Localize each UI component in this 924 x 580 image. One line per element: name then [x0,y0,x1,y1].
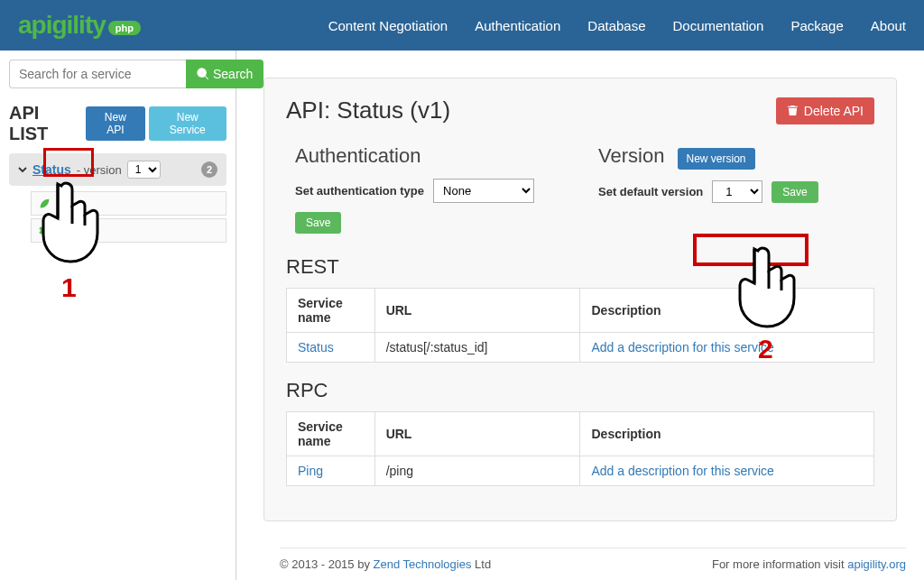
col-service-name: Service name [287,289,375,333]
col-url: URL [374,289,580,333]
chevron-down-icon [18,165,27,174]
col-url: URL [374,412,580,456]
rest-table: Service name URL Description Status /sta… [286,288,874,363]
service-count-badge: 2 [201,161,217,178]
footer: © 2013 - 2015 by Zend Technologies Ltd F… [280,548,906,571]
main-content: API: Status (v1) Delete API Authenticati… [236,51,924,580]
search-input[interactable] [9,60,186,88]
col-service-name: Service name [287,412,375,456]
sidebar: Search API LIST New API New Service Stat… [0,51,236,580]
navbar: apigility php Content Negotiation Authen… [0,0,924,51]
list-item[interactable] [31,218,226,243]
new-api-button[interactable]: New API [86,106,144,141]
auth-section: Authentication Set authentication type N… [295,144,562,234]
api-name[interactable]: Status [32,162,71,177]
api-version-select[interactable]: 1 [127,161,161,179]
nav-links: Content Negotiation Authentication Datab… [328,18,906,33]
version-save-button[interactable]: Save [772,181,818,203]
default-version-label: Set default version [598,185,703,198]
rest-heading: REST [286,255,874,279]
rpc-url: /ping [374,456,580,486]
page-title: API: Status (v1) [286,97,450,124]
nav-content-negotiation[interactable]: Content Negotiation [328,18,448,33]
api-list-title: API LIST [9,103,82,144]
col-description: Description [580,412,874,456]
nav-about[interactable]: About [871,18,906,33]
version-heading: Version New version [598,144,865,170]
col-description: Description [580,289,874,333]
auth-type-select[interactable]: None [433,179,534,203]
version-label: - version [77,163,122,177]
brand[interactable]: apigility php [18,11,141,40]
search-icon [197,68,209,80]
rest-url: /status[/:status_id] [374,333,580,363]
table-row: Status /status[/:status_id] Add a descri… [287,333,874,363]
api-item-status[interactable]: Status - version 1 2 [9,153,226,186]
trash-icon [787,105,799,116]
gear-icon [39,225,51,236]
table-row: Ping /ping Add a description for this se… [287,456,874,486]
nav-documentation[interactable]: Documentation [673,18,764,33]
brand-php-badge: php [108,21,141,35]
rest-service-link[interactable]: Status [298,340,334,354]
table-row: Service name URL Description [287,412,874,456]
auth-heading: Authentication [295,144,562,168]
nav-authentication[interactable]: Authentication [475,18,560,33]
rpc-desc-link[interactable]: Add a description for this service [591,464,773,478]
api-panel: API: Status (v1) Delete API Authenticati… [263,78,897,521]
version-section: Version New version Set default version … [598,144,865,234]
delete-api-button[interactable]: Delete API [776,97,874,124]
default-version-select[interactable]: 1 [712,180,762,203]
nav-database[interactable]: Database [587,18,645,33]
auth-type-label: Set authentication type [295,184,424,198]
nav-package[interactable]: Package [790,18,843,33]
footer-zend-link[interactable]: Zend Technologies [374,557,472,571]
auth-save-button[interactable]: Save [295,212,341,234]
rpc-table: Service name URL Description Ping /ping … [286,411,874,486]
footer-site-link[interactable]: apigility.org [847,557,906,571]
brand-text: apigility [18,11,106,40]
list-item[interactable] [31,191,226,216]
table-row: Service name URL Description [287,289,874,333]
leaf-icon [39,198,51,209]
rpc-service-link[interactable]: Ping [298,464,323,478]
rpc-heading: RPC [286,379,874,402]
new-service-button[interactable]: New Service [149,106,226,141]
rest-desc-link[interactable]: Add a description for this service [591,340,773,354]
new-version-button[interactable]: New version [678,148,755,170]
delete-api-label: Delete API [804,104,864,118]
